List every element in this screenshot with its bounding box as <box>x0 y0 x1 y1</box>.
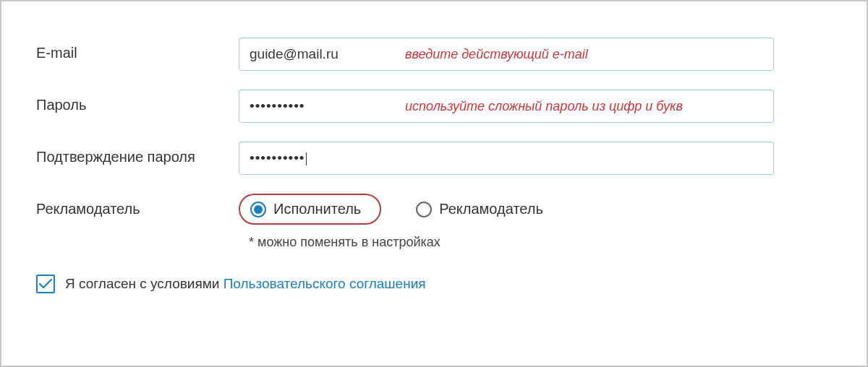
confirm-row: Подтверждение пароля •••••••••• <box>36 142 832 175</box>
role-row: Рекламодатель Исполнитель Рекламодатель … <box>36 194 832 250</box>
email-wrap: введите действующий e-mail <box>239 38 832 71</box>
agree-text: Я согласен с условиями Пользовательского… <box>65 276 426 292</box>
radio-label-executor: Исполнитель <box>273 201 361 217</box>
agree-prefix: Я согласен с условиями <box>65 276 224 291</box>
email-input[interactable] <box>239 38 774 71</box>
password-row: Пароль •••••••••• используйте сложный па… <box>36 90 832 123</box>
password-value: •••••••••• <box>250 98 305 114</box>
confirm-col: •••••••••• <box>239 142 832 175</box>
radio-icon <box>416 202 432 217</box>
password-label: Пароль <box>36 90 239 113</box>
role-col: Исполнитель Рекламодатель * можно поменя… <box>239 194 832 250</box>
confirm-value: •••••••••• <box>250 150 307 166</box>
check-icon <box>39 279 52 289</box>
radio-option-advertiser[interactable]: Рекламодатель <box>403 197 556 222</box>
agree-row: Я согласен с условиями Пользовательского… <box>36 275 832 293</box>
role-label: Рекламодатель <box>36 194 239 217</box>
radio-icon <box>250 202 266 217</box>
confirm-wrap: •••••••••• <box>239 142 832 175</box>
password-wrap: •••••••••• используйте сложный пароль из… <box>239 90 832 123</box>
password-col: •••••••••• используйте сложный пароль из… <box>239 90 832 123</box>
role-note: * можно поменять в настройках <box>239 235 832 250</box>
agree-checkbox[interactable] <box>36 275 55 293</box>
radio-label-advertiser: Рекламодатель <box>439 201 543 217</box>
email-col: введите действующий e-mail <box>239 38 832 71</box>
confirm-input[interactable]: •••••••••• <box>239 142 774 175</box>
email-row: E-mail введите действующий e-mail <box>36 38 832 71</box>
confirm-label: Подтверждение пароля <box>36 142 239 165</box>
radio-dot-icon <box>254 205 263 214</box>
email-label: E-mail <box>36 38 239 61</box>
radio-option-executor[interactable]: Исполнитель <box>239 194 381 225</box>
password-input[interactable]: •••••••••• <box>239 90 774 123</box>
radio-group: Исполнитель Рекламодатель <box>239 194 832 225</box>
agreement-link[interactable]: Пользовательского соглашения <box>224 276 426 291</box>
